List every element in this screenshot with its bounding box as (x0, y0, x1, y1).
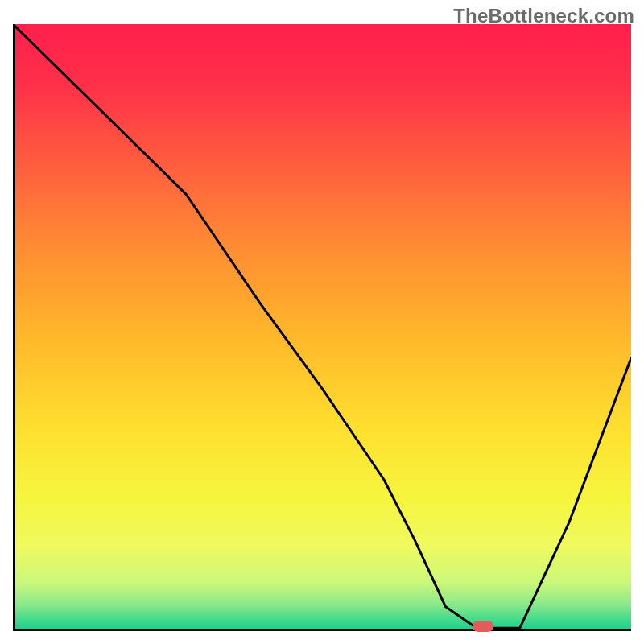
chart-container: TheBottleneck.com (0, 0, 644, 644)
plot-area (13, 24, 631, 631)
watermark-text: TheBottleneck.com (453, 5, 634, 27)
target-marker (473, 621, 493, 632)
plot-svg (13, 24, 631, 631)
